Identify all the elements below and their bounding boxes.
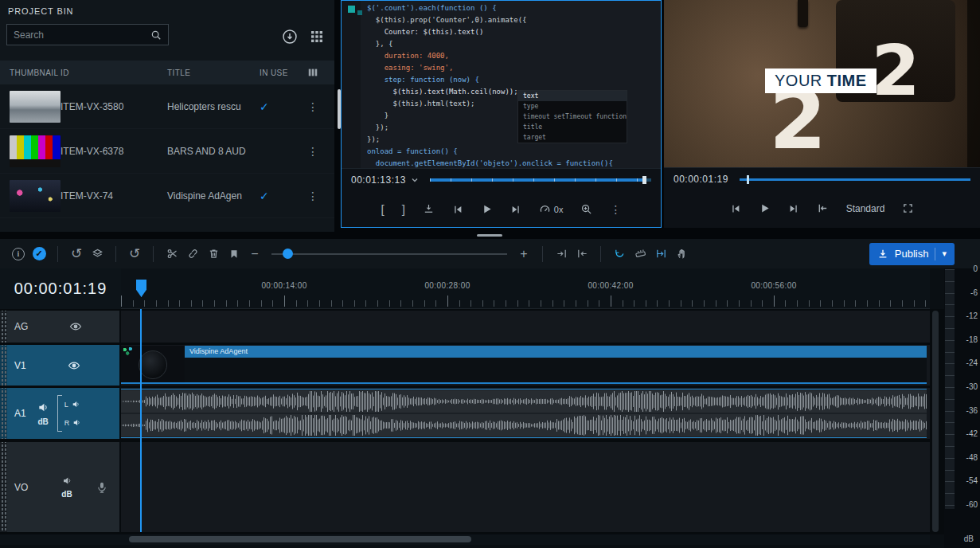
mute-speaker-icon[interactable] <box>37 401 49 413</box>
gain-db-label[interactable]: dB <box>38 417 49 426</box>
track-vo: VO dB <box>0 442 930 532</box>
trim-tool-button[interactable] <box>650 245 671 264</box>
channel-left-speaker-icon[interactable] <box>72 400 80 409</box>
track-a1-content[interactable] <box>121 388 930 439</box>
column-title[interactable]: TITLE <box>167 68 260 77</box>
channel-right-speaker-icon[interactable] <box>72 418 81 427</box>
table-row[interactable]: ITEM-VX-6378 BARS AND 8 AUD ⋮ <box>0 129 334 174</box>
track-vo-content[interactable] <box>121 442 930 532</box>
gain-db-label[interactable]: dB <box>61 490 72 499</box>
track-v1-content[interactable]: Vidispine AdAgent <box>121 345 930 386</box>
track-drag-handle[interactable] <box>0 388 7 439</box>
visibility-eye-icon[interactable] <box>68 359 80 372</box>
playhead-marker[interactable] <box>136 280 146 297</box>
source-timecode: 00:01:13:13 <box>351 174 406 186</box>
row-menu-icon[interactable]: ⋮ <box>301 100 325 113</box>
visibility-eye-icon[interactable] <box>69 320 82 333</box>
cut-button[interactable] <box>162 245 182 264</box>
import-download-icon[interactable] <box>282 29 298 45</box>
source-scrub-bar[interactable] <box>430 177 651 183</box>
source-transport-controls: [ ] 0x <box>342 191 661 227</box>
zoom-in-button[interactable] <box>580 203 592 215</box>
scrollbar-thumb[interactable] <box>129 536 471 542</box>
timeline-ruler[interactable]: 00:00:14:00 00:00:28:00 00:00:42:00 00:0… <box>121 268 930 309</box>
play-button[interactable] <box>759 202 771 214</box>
clip-title: Vidispine AdAgent <box>185 346 927 358</box>
column-in-use[interactable]: IN USE <box>260 68 301 77</box>
mute-speaker-icon[interactable] <box>62 476 72 486</box>
publish-caret-icon[interactable]: ▾ <box>942 249 947 259</box>
overwrite-clip-button[interactable] <box>572 245 592 264</box>
track-ag-header[interactable]: AG <box>0 311 119 342</box>
match-frame-button[interactable] <box>817 202 829 214</box>
marker-button[interactable] <box>224 245 244 264</box>
go-to-start-button[interactable] <box>730 203 741 214</box>
search-input[interactable] <box>14 29 150 41</box>
microphone-icon[interactable] <box>96 481 108 494</box>
panel-divider[interactable] <box>0 232 980 239</box>
asset-id: ITEM-VX-6378 <box>61 146 167 157</box>
ruler-label: 00:00:28:00 <box>424 281 470 290</box>
track-drag-handle[interactable] <box>0 345 7 386</box>
insert-clip-button[interactable] <box>551 245 572 264</box>
info-button[interactable]: i <box>8 245 29 264</box>
source-scrub-handle[interactable] <box>642 176 646 184</box>
column-id[interactable]: ID <box>61 68 167 77</box>
program-timecode-row: 00:00:01:19 <box>664 167 980 190</box>
track-a1-header[interactable]: A1 dB L <box>0 388 119 439</box>
tracks-vertical-scrollbar[interactable] <box>932 311 939 532</box>
waveform-left <box>121 390 927 413</box>
timeline-horizontal-scrollbar[interactable] <box>0 534 930 545</box>
speed-label: 0x <box>554 205 564 214</box>
delete-button[interactable] <box>203 245 224 264</box>
track-drag-handle[interactable] <box>0 442 7 532</box>
zoom-slider-thumb[interactable] <box>283 249 293 259</box>
search-box[interactable] <box>6 24 169 45</box>
next-frame-button[interactable] <box>510 204 521 215</box>
mark-out-button[interactable]: ] <box>402 202 405 216</box>
toolbar-divider <box>115 246 116 262</box>
program-video-frame[interactable]: 2 2 YOUR TIME <box>664 0 980 167</box>
previous-frame-button[interactable] <box>452 204 463 215</box>
table-row[interactable]: ITEM-VX-74 Vidispine AdAgen ✓ ⋮ <box>0 174 334 218</box>
grid-view-icon[interactable] <box>310 30 323 43</box>
razor-tool-button[interactable] <box>630 245 650 264</box>
column-thumbnail[interactable]: THUMBNAIL <box>0 68 61 77</box>
program-scrub-bar[interactable] <box>740 175 970 184</box>
quality-selector[interactable]: Standard <box>846 203 885 214</box>
timeline-audio-clip[interactable] <box>121 389 927 438</box>
track-v1-header[interactable]: V1 <box>0 345 119 386</box>
rotate-tool-button[interactable] <box>609 245 630 264</box>
add-to-timeline-button[interactable] <box>423 203 435 215</box>
table-row[interactable]: ITEM-VX-3580 Helicopters rescu ✓ ⋮ <box>0 84 334 129</box>
publish-button[interactable]: Publish ▾ <box>869 243 955 265</box>
play-button[interactable] <box>481 203 493 215</box>
fullscreen-button[interactable] <box>902 202 914 214</box>
track-vo-header[interactable]: VO dB <box>0 442 119 532</box>
zoom-in-button[interactable]: + <box>513 245 534 264</box>
timecode-chevron-icon[interactable] <box>411 176 419 184</box>
row-menu-icon[interactable]: ⋮ <box>301 145 325 158</box>
layers-button[interactable] <box>87 245 107 264</box>
mark-in-button[interactable]: [ <box>381 202 385 216</box>
track-drag-handle[interactable] <box>0 311 7 342</box>
row-menu-icon[interactable]: ⋮ <box>301 190 325 202</box>
clock-frame-edge <box>967 0 980 167</box>
unlink-button[interactable] <box>182 245 203 264</box>
more-options-icon[interactable]: ⋮ <box>610 203 621 216</box>
timeline-zoom-slider[interactable] <box>271 245 507 264</box>
approve-button[interactable]: ✓ <box>29 245 49 264</box>
track-ag-content[interactable] <box>121 311 930 342</box>
program-scrub-handle[interactable] <box>747 175 749 184</box>
divider-drag-handle[interactable] <box>477 234 502 237</box>
zoom-out-button[interactable]: − <box>244 245 265 264</box>
decorative-pixel <box>348 6 355 13</box>
history-button[interactable]: ↺ <box>124 245 145 264</box>
undo-button[interactable]: ↺ <box>66 245 87 264</box>
hand-tool-button[interactable] <box>671 245 692 264</box>
columns-settings-icon[interactable] <box>307 67 318 78</box>
timeline-video-clip[interactable]: Vidispine AdAgent <box>121 346 927 384</box>
source-video-frame[interactable]: $('.count').each(function () { $(this).p… <box>342 1 661 168</box>
go-to-end-button[interactable] <box>788 203 799 214</box>
playback-speed-control[interactable]: 0x <box>539 203 564 215</box>
